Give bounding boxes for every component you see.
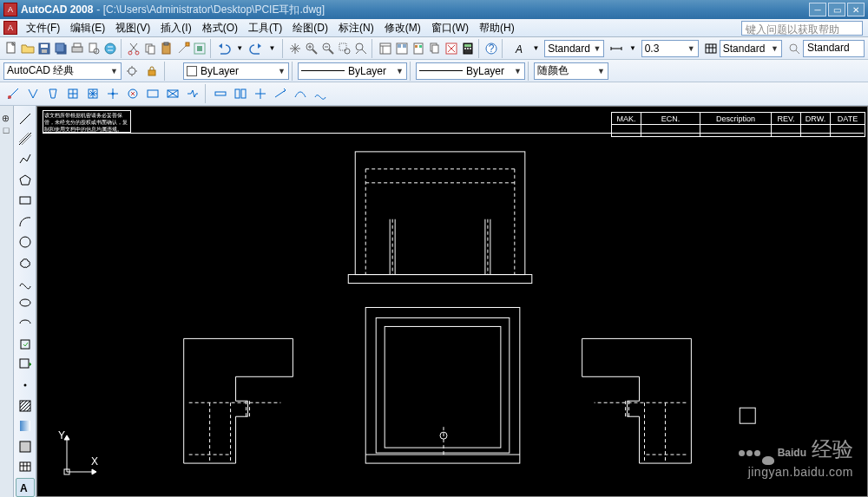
plot-button[interactable] bbox=[69, 39, 85, 58]
et-button-13[interactable] bbox=[251, 84, 270, 103]
et-button-3[interactable] bbox=[43, 84, 62, 103]
arc-button[interactable] bbox=[16, 212, 35, 231]
svg-point-58 bbox=[20, 237, 30, 247]
menu-view[interactable]: 视图(V) bbox=[110, 19, 155, 37]
menu-modify[interactable]: 修改(M) bbox=[379, 19, 426, 37]
undo-menu[interactable]: ▼ bbox=[233, 39, 247, 58]
workspace-lock-button[interactable] bbox=[142, 62, 161, 81]
zoom-window-button[interactable] bbox=[337, 39, 352, 58]
workspace-dropdown[interactable]: AutoCAD 经典▼ bbox=[3, 62, 122, 80]
et-button-2[interactable] bbox=[23, 84, 43, 103]
menu-file[interactable]: 文件(F) bbox=[21, 19, 65, 37]
match-button[interactable] bbox=[175, 39, 191, 58]
properties-button[interactable] bbox=[378, 39, 393, 58]
drawing-canvas[interactable]: 该文档所带根据机密请务必妥善保管，未经充分的授权或书面确认，复制和使用文档中的信… bbox=[36, 106, 868, 497]
menu-format[interactable]: 格式(O) bbox=[197, 19, 243, 37]
et-button-4[interactable] bbox=[63, 84, 82, 103]
circle-button[interactable] bbox=[16, 232, 35, 252]
saveall-button[interactable] bbox=[53, 39, 69, 58]
point-button[interactable] bbox=[16, 376, 35, 395]
et-button-15[interactable] bbox=[291, 84, 310, 103]
table-button[interactable] bbox=[16, 458, 35, 477]
et-button-10[interactable] bbox=[183, 84, 202, 103]
undo-button[interactable] bbox=[216, 39, 232, 58]
construction-line-button[interactable] bbox=[16, 130, 35, 149]
textstyle-dropdown[interactable]: Standard▼ bbox=[544, 40, 604, 57]
menu-help[interactable]: 帮助(H) bbox=[474, 19, 520, 37]
gradient-button[interactable] bbox=[16, 416, 35, 435]
et-button-11[interactable] bbox=[211, 84, 230, 103]
svg-rect-52 bbox=[148, 90, 158, 97]
zoom-out-button[interactable] bbox=[320, 39, 336, 58]
help-button[interactable]: ? bbox=[483, 39, 499, 58]
tablestyle2-input[interactable]: Standard bbox=[803, 40, 865, 57]
dimstyle-menu[interactable]: ▼ bbox=[625, 39, 640, 58]
tablestyle-icon[interactable] bbox=[703, 39, 719, 58]
et-button-9[interactable] bbox=[163, 84, 182, 103]
ellipse-arc-button[interactable] bbox=[16, 314, 35, 333]
preview-button[interactable] bbox=[86, 39, 102, 58]
open-button[interactable] bbox=[20, 39, 36, 58]
ellipse-button[interactable] bbox=[16, 294, 35, 313]
block-editor-button[interactable] bbox=[192, 39, 207, 58]
paste-button[interactable] bbox=[159, 39, 174, 58]
et-button-16[interactable] bbox=[311, 84, 330, 103]
workspace-settings-button[interactable] bbox=[122, 62, 141, 81]
zoom-realtime-button[interactable] bbox=[304, 39, 319, 58]
textstyle-menu[interactable]: ▼ bbox=[529, 39, 543, 58]
spline-button[interactable] bbox=[16, 273, 35, 292]
color-dropdown[interactable]: 随颜色▼ bbox=[534, 62, 608, 80]
dimstyle-icon[interactable] bbox=[608, 39, 624, 58]
revcloud-button[interactable] bbox=[16, 252, 35, 271]
markup-button[interactable] bbox=[444, 39, 459, 58]
new-button[interactable] bbox=[3, 39, 19, 58]
menu-draw[interactable]: 绘图(D) bbox=[287, 19, 333, 37]
polyline-button[interactable] bbox=[16, 150, 35, 169]
line-button[interactable] bbox=[16, 109, 35, 128]
hatch-button[interactable] bbox=[16, 396, 35, 415]
mtext-button[interactable]: A bbox=[16, 478, 35, 497]
et-button-1[interactable] bbox=[3, 84, 23, 103]
cut-button[interactable] bbox=[126, 39, 141, 58]
redo-button[interactable] bbox=[248, 39, 264, 58]
et-button-5[interactable] bbox=[83, 84, 102, 103]
save-button[interactable] bbox=[36, 39, 52, 58]
copy-button[interactable] bbox=[142, 39, 158, 58]
et-button-8[interactable] bbox=[143, 84, 162, 103]
pan-button[interactable] bbox=[287, 39, 303, 58]
minimize-button[interactable]: ─ bbox=[809, 3, 826, 16]
et-button-7[interactable] bbox=[123, 84, 142, 103]
region-button[interactable] bbox=[16, 437, 35, 456]
zoom-previous-button[interactable] bbox=[353, 39, 369, 58]
maximize-button[interactable]: ▭ bbox=[828, 3, 845, 16]
textstyle-icon[interactable]: A bbox=[512, 39, 528, 58]
make-block-button[interactable] bbox=[16, 356, 35, 375]
close-button[interactable]: ✕ bbox=[847, 3, 865, 16]
tool-palettes-button[interactable] bbox=[411, 39, 426, 58]
rectangle-button[interactable] bbox=[16, 192, 35, 211]
menu-dimension[interactable]: 标注(N) bbox=[333, 19, 379, 37]
designcenter-button[interactable] bbox=[394, 39, 410, 58]
help-search-input[interactable]: 键入问题以获取帮助 bbox=[741, 21, 863, 36]
menu-window[interactable]: 窗口(W) bbox=[426, 19, 474, 37]
et-button-14[interactable] bbox=[271, 84, 290, 103]
et-button-12[interactable] bbox=[231, 84, 250, 103]
tablestyle-dropdown[interactable]: Standard▼ bbox=[720, 40, 782, 57]
palette-tab[interactable]: ⊕ □ bbox=[0, 106, 14, 497]
publish-button[interactable] bbox=[102, 39, 118, 58]
quickcalc-button[interactable] bbox=[460, 39, 476, 58]
layer-dropdown[interactable]: ByLayer▼ bbox=[183, 62, 289, 80]
sheet-set-button[interactable] bbox=[427, 39, 443, 58]
redo-menu[interactable]: ▼ bbox=[265, 39, 279, 58]
menu-edit[interactable]: 编辑(E) bbox=[65, 19, 110, 37]
linetype-dropdown[interactable]: ByLayer▼ bbox=[298, 62, 407, 80]
dimstyle-dropdown[interactable]: 0.3▼ bbox=[641, 40, 699, 57]
tablestyle2-icon[interactable] bbox=[786, 39, 802, 58]
et-button-6[interactable] bbox=[103, 84, 122, 103]
layer-color-swatch bbox=[187, 66, 197, 76]
insert-block-button[interactable] bbox=[16, 335, 35, 354]
menu-tools[interactable]: 工具(T) bbox=[243, 19, 287, 37]
polygon-button[interactable] bbox=[16, 171, 35, 190]
lineweight-dropdown[interactable]: ByLayer▼ bbox=[416, 62, 525, 80]
menu-insert[interactable]: 插入(I) bbox=[155, 19, 196, 37]
